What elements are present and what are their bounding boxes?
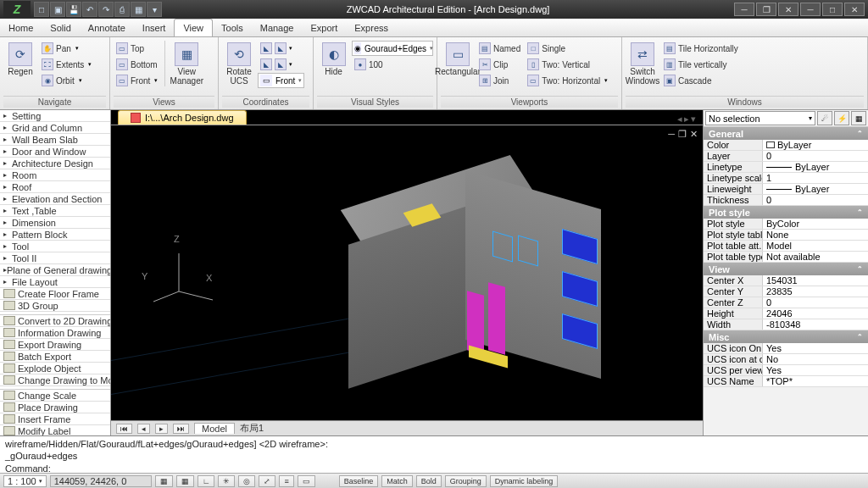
tree-tool[interactable]: Explode Object	[0, 363, 110, 374]
model-viewport[interactable]: ─ ❐ ✕	[111, 125, 703, 420]
prop-filter-icon[interactable]: ▦	[851, 111, 866, 125]
menu-express[interactable]: Express	[346, 19, 397, 36]
grid-toggle[interactable]: ▦	[176, 475, 194, 487]
tab-model[interactable]: Model	[194, 423, 235, 434]
qat-save-icon[interactable]: 💾	[66, 2, 81, 17]
qat-print-icon[interactable]: ⎙	[114, 2, 130, 17]
viewport-two-v-button[interactable]: ▯Two: Vertical	[525, 57, 610, 72]
prop-width-value[interactable]: -810348	[763, 319, 868, 330]
tree-section[interactable]: ▸Setting	[0, 110, 110, 122]
viewport-clip-button[interactable]: ✂Clip	[476, 57, 523, 72]
prop-centery-value[interactable]: 23835	[763, 286, 868, 297]
viewport-rect-button[interactable]: ▭Rectangular	[441, 41, 475, 78]
tree-section[interactable]: ▸Roof	[0, 181, 110, 193]
prop-plottype-value[interactable]: Not available	[763, 252, 868, 262]
tree-section[interactable]: ▸Grid and Column	[0, 122, 110, 134]
tree-tool[interactable]: Convert to 2D Drawing	[0, 315, 110, 327]
vp-last-icon[interactable]: ⏭	[173, 424, 189, 434]
prop-color-value[interactable]: ByLayer	[763, 140, 868, 150]
tree-section[interactable]: ▸Room	[0, 169, 110, 181]
prop-plotatt-value[interactable]: Model	[763, 241, 868, 251]
tree-tool[interactable]: Place Drawing	[0, 402, 110, 413]
shade-100-button[interactable]: ●100	[352, 57, 433, 72]
prop-ucsview-value[interactable]: Yes	[763, 365, 868, 375]
tab-layout1[interactable]: 布局1	[240, 422, 264, 435]
view-bottom-button[interactable]: ▭Bottom	[114, 57, 160, 72]
vp-prev-icon[interactable]: ◂	[137, 424, 150, 434]
tile-h-button[interactable]: ▤Tile Horizontally	[661, 41, 741, 56]
window-minimize-button[interactable]: ─	[800, 3, 821, 16]
lwt-toggle[interactable]: ≡	[279, 475, 293, 487]
extents-button[interactable]: ⛶Extents▾	[39, 57, 94, 72]
menu-home[interactable]: Home	[0, 19, 42, 36]
vp-restore-icon[interactable]: ❐	[678, 129, 687, 140]
tree-tool[interactable]: Information Drawing	[0, 327, 110, 339]
ucs-row2[interactable]: ◣◣▾	[258, 57, 304, 72]
orbit-button[interactable]: ◉Orbit▾	[39, 73, 94, 88]
prop-lweight-value[interactable]: ByLayer	[763, 184, 868, 194]
tree-tool[interactable]: Change Scale	[0, 390, 110, 402]
prop-quick-icon[interactable]: ⚡	[834, 111, 849, 125]
qat-redo-icon[interactable]: ↷	[98, 2, 114, 17]
qat-new-icon[interactable]: □	[34, 2, 49, 17]
prop-ucsname-value[interactable]: *TOP*	[763, 376, 868, 386]
view-top-button[interactable]: ▭Top	[114, 41, 160, 56]
tree-tool[interactable]: Change Drawing to Model	[0, 374, 110, 386]
tree-section[interactable]: ▸Architecture Design	[0, 158, 110, 169]
menu-insert[interactable]: Insert	[134, 19, 175, 36]
prop-ltscale-value[interactable]: 1	[763, 173, 868, 183]
tree-section[interactable]: ▸Tool II	[0, 252, 110, 264]
snap-toggle[interactable]: ▦	[155, 475, 173, 487]
prop-thickness-value[interactable]: 0	[763, 195, 868, 205]
tree-tool[interactable]: 3D Group	[0, 300, 110, 312]
tree-section[interactable]: ▸Text ,Table	[0, 205, 110, 217]
prop-height-value[interactable]: 24046	[763, 308, 868, 319]
window-maximize-button[interactable]: □	[822, 3, 843, 16]
vp-minimize-icon[interactable]: ─	[668, 129, 675, 140]
section-misc-header[interactable]: Misc⌃	[704, 330, 868, 343]
menu-export[interactable]: Export	[302, 19, 346, 36]
vp-next-icon[interactable]: ▸	[155, 424, 168, 434]
prop-linetype-value[interactable]: ByLayer	[763, 162, 868, 172]
tree-section[interactable]: ▸Elevation and Section	[0, 193, 110, 205]
section-plot-header[interactable]: Plot style⌃	[704, 206, 868, 219]
menu-solid[interactable]: Solid	[42, 19, 79, 36]
doc-minimize-button[interactable]: ─	[734, 3, 754, 16]
menu-view[interactable]: View	[174, 19, 213, 36]
vp-first-icon[interactable]: ⏮	[116, 424, 132, 434]
ucs-front-dropdown[interactable]: ▭Front▾	[258, 73, 304, 88]
status-dynamic[interactable]: Dynamic labeling	[490, 475, 559, 487]
vp-close-icon[interactable]: ✕	[690, 129, 698, 140]
tab-prev-icon[interactable]: ◂	[677, 114, 682, 125]
section-general-header[interactable]: General⌃	[704, 127, 868, 140]
viewport-join-button[interactable]: ⊞Join	[476, 73, 523, 88]
tree-tool[interactable]: Insert Frame	[0, 413, 110, 425]
menu-manage[interactable]: Manage	[252, 19, 303, 36]
tree-section[interactable]: ▸Dimension	[0, 217, 110, 229]
view-front-button[interactable]: ▭Front▾	[114, 73, 160, 88]
prop-plotstyle-value[interactable]: ByColor	[763, 219, 868, 229]
view-manager-button[interactable]: ▦View Manager	[170, 41, 203, 87]
qat-plot-icon[interactable]: ▦	[131, 2, 146, 17]
prop-layer-value[interactable]: 0	[763, 151, 868, 161]
prop-centerx-value[interactable]: 154031	[763, 275, 868, 286]
status-bold[interactable]: Bold	[416, 475, 442, 487]
viewport-single-button[interactable]: □Single	[525, 41, 610, 56]
tree-section[interactable]: ▸Plane of General drawing	[0, 264, 110, 276]
document-tab[interactable]: I:\...\Arch Design.dwg	[118, 110, 247, 125]
qat-undo-icon[interactable]: ↶	[82, 2, 97, 17]
tab-list-icon[interactable]: ▾	[691, 114, 696, 125]
tree-section[interactable]: ▸Pattern Block	[0, 229, 110, 241]
shade-mode-dropdown[interactable]: ◉Gouraud+Edges▾	[352, 41, 433, 56]
tree-section[interactable]: ▸Door and Window	[0, 146, 110, 158]
tab-next-icon[interactable]: ▸	[684, 114, 689, 125]
model-toggle[interactable]: ▭	[298, 475, 315, 487]
menu-annotate[interactable]: Annotate	[80, 19, 134, 36]
prop-ucsicon-value[interactable]: Yes	[763, 343, 868, 353]
status-grouping[interactable]: Grouping	[445, 475, 487, 487]
qat-open-icon[interactable]: ▣	[50, 2, 65, 17]
polar-toggle[interactable]: ✳	[218, 475, 235, 487]
command-line[interactable]: wireframe/Hidden/Flat/Gouraud/fLat+edges…	[0, 435, 868, 473]
tree-tool[interactable]: Export Drawing	[0, 339, 110, 351]
tile-v-button[interactable]: ▥Tile vertically	[661, 57, 741, 72]
